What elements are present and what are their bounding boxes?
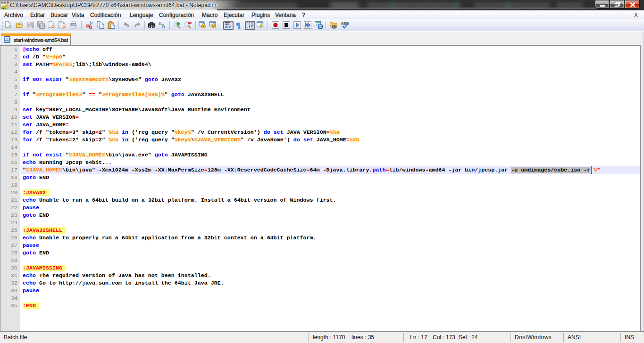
svg-text:h: h (159, 21, 162, 26)
svg-text:a: a (162, 24, 165, 29)
svg-text:¶: ¶ (236, 21, 240, 29)
